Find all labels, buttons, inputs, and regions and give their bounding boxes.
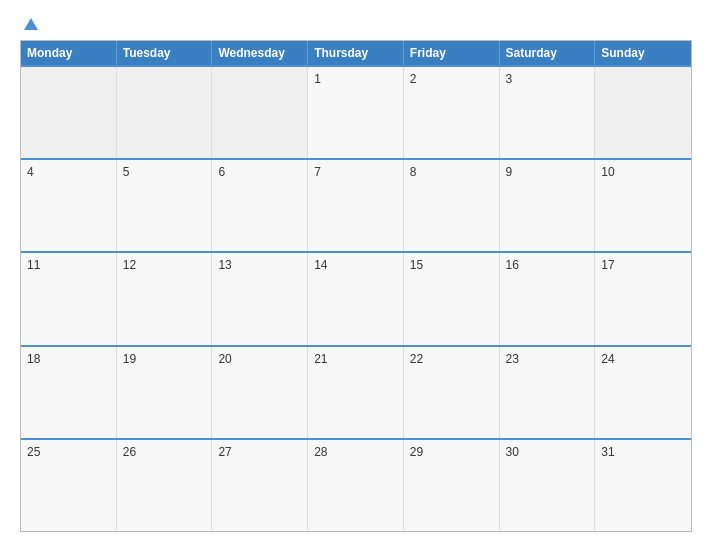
- calendar-day-cell: [21, 67, 117, 158]
- calendar-week-3: 11121314151617: [21, 251, 691, 344]
- day-number: 9: [506, 165, 513, 179]
- calendar-day-cell: 22: [404, 347, 500, 438]
- logo: [20, 18, 38, 30]
- calendar-day-cell: 4: [21, 160, 117, 251]
- day-number: 6: [218, 165, 225, 179]
- calendar-day-cell: 30: [500, 440, 596, 531]
- day-number: 13: [218, 258, 231, 272]
- calendar-day-cell: 25: [21, 440, 117, 531]
- calendar-day-cell: 20: [212, 347, 308, 438]
- calendar-day-cell: 16: [500, 253, 596, 344]
- calendar-day-cell: 19: [117, 347, 213, 438]
- calendar-header-cell: Tuesday: [117, 41, 213, 65]
- calendar-day-cell: 21: [308, 347, 404, 438]
- day-number: 16: [506, 258, 519, 272]
- logo-triangle-icon: [24, 18, 38, 30]
- day-number: 28: [314, 445, 327, 459]
- calendar-header-cell: Sunday: [595, 41, 691, 65]
- calendar-day-cell: 13: [212, 253, 308, 344]
- day-number: 25: [27, 445, 40, 459]
- day-number: 3: [506, 72, 513, 86]
- day-number: 18: [27, 352, 40, 366]
- day-number: 23: [506, 352, 519, 366]
- calendar-day-cell: 6: [212, 160, 308, 251]
- calendar-day-cell: 24: [595, 347, 691, 438]
- day-number: 4: [27, 165, 34, 179]
- calendar-day-cell: 23: [500, 347, 596, 438]
- day-number: 14: [314, 258, 327, 272]
- calendar-day-cell: 5: [117, 160, 213, 251]
- day-number: 21: [314, 352, 327, 366]
- day-number: 5: [123, 165, 130, 179]
- calendar-day-cell: 28: [308, 440, 404, 531]
- day-number: 19: [123, 352, 136, 366]
- calendar-day-cell: 2: [404, 67, 500, 158]
- calendar-day-cell: [117, 67, 213, 158]
- calendar-week-5: 25262728293031: [21, 438, 691, 531]
- day-number: 26: [123, 445, 136, 459]
- calendar-body: 1234567891011121314151617181920212223242…: [21, 65, 691, 531]
- calendar-day-cell: 8: [404, 160, 500, 251]
- calendar-day-cell: 11: [21, 253, 117, 344]
- day-number: 10: [601, 165, 614, 179]
- calendar-grid: MondayTuesdayWednesdayThursdayFridaySatu…: [20, 40, 692, 532]
- calendar-header-cell: Thursday: [308, 41, 404, 65]
- calendar-header-cell: Saturday: [500, 41, 596, 65]
- calendar-header-cell: Monday: [21, 41, 117, 65]
- day-number: 31: [601, 445, 614, 459]
- day-number: 8: [410, 165, 417, 179]
- calendar-day-cell: [212, 67, 308, 158]
- calendar-day-cell: 26: [117, 440, 213, 531]
- day-number: 17: [601, 258, 614, 272]
- calendar-day-cell: 29: [404, 440, 500, 531]
- calendar-day-cell: 27: [212, 440, 308, 531]
- calendar-day-cell: 17: [595, 253, 691, 344]
- calendar-day-cell: 1: [308, 67, 404, 158]
- calendar-day-cell: 10: [595, 160, 691, 251]
- day-number: 7: [314, 165, 321, 179]
- calendar-day-cell: 18: [21, 347, 117, 438]
- calendar-day-cell: 3: [500, 67, 596, 158]
- page: MondayTuesdayWednesdayThursdayFridaySatu…: [0, 0, 712, 550]
- day-number: 27: [218, 445, 231, 459]
- day-number: 12: [123, 258, 136, 272]
- calendar-day-cell: 12: [117, 253, 213, 344]
- day-number: 22: [410, 352, 423, 366]
- day-number: 29: [410, 445, 423, 459]
- calendar-header-cell: Wednesday: [212, 41, 308, 65]
- day-number: 11: [27, 258, 40, 272]
- calendar-week-4: 18192021222324: [21, 345, 691, 438]
- calendar-header: [20, 18, 692, 30]
- calendar-day-cell: 31: [595, 440, 691, 531]
- day-number: 15: [410, 258, 423, 272]
- calendar-day-cell: 15: [404, 253, 500, 344]
- calendar-day-cell: 9: [500, 160, 596, 251]
- day-number: 30: [506, 445, 519, 459]
- calendar-week-2: 45678910: [21, 158, 691, 251]
- calendar-day-cell: [595, 67, 691, 158]
- calendar-day-cell: 7: [308, 160, 404, 251]
- calendar-header-cell: Friday: [404, 41, 500, 65]
- calendar-day-cell: 14: [308, 253, 404, 344]
- day-number: 24: [601, 352, 614, 366]
- logo-blue-text: [20, 18, 38, 30]
- calendar-header-row: MondayTuesdayWednesdayThursdayFridaySatu…: [21, 41, 691, 65]
- day-number: 2: [410, 72, 417, 86]
- day-number: 20: [218, 352, 231, 366]
- calendar-week-1: 123: [21, 65, 691, 158]
- day-number: 1: [314, 72, 321, 86]
